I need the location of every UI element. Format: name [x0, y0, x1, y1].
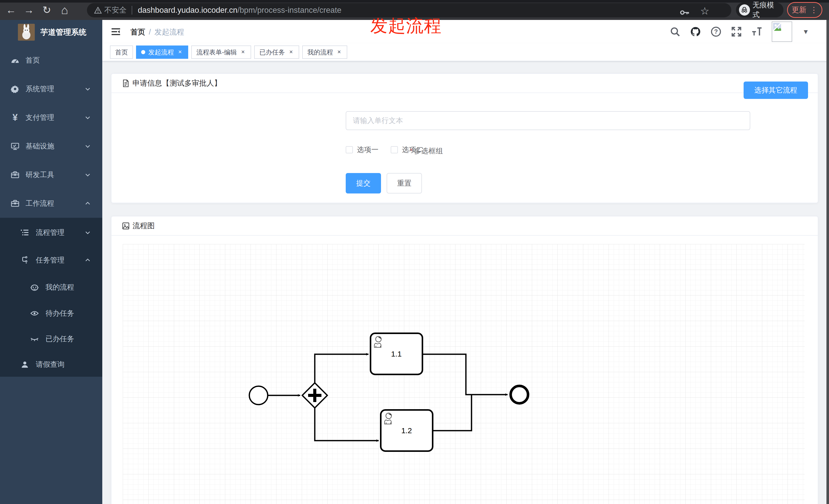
bpmn-end-event[interactable]: [511, 386, 528, 403]
browser-back-icon[interactable]: ←: [5, 4, 17, 16]
bpmn-flow: [315, 354, 368, 383]
chevron-up-icon: [84, 200, 91, 207]
github-icon[interactable]: [690, 26, 701, 37]
briefcase-icon: [11, 199, 20, 208]
main-content: 申请信息【测试多审批人】 选择其它流程 *单行文本 *多选框组 选项一 选项二 …: [102, 61, 827, 504]
bookmark-star-icon[interactable]: ☆: [700, 5, 709, 17]
not-secure-label: 不安全: [104, 5, 127, 15]
checkbox-icon: [346, 146, 353, 153]
sidebar-item-dev-tools[interactable]: 研发工具: [0, 160, 102, 189]
chevron-down-icon: [84, 114, 91, 121]
submit-button[interactable]: 提交: [346, 173, 381, 193]
sidebar-item-task-mgmt[interactable]: 任务管理: [0, 246, 102, 274]
sidebar: 芋道管理系统 首页 系统管理 ¥ 支付管理 基础设施: [0, 20, 102, 504]
search-icon[interactable]: [670, 26, 681, 37]
image-icon: [122, 222, 130, 230]
list-tree-icon: [21, 228, 29, 237]
sidebar-item-label: 工作流程: [26, 199, 54, 208]
browser-forward-icon[interactable]: →: [23, 4, 35, 16]
process-diagram-title: 流程图: [133, 221, 155, 231]
bpmn-canvas[interactable]: 1.1 1.2: [123, 244, 805, 504]
active-dot-icon: [141, 50, 145, 54]
sidebar-item-system[interactable]: 系统管理: [0, 75, 102, 103]
checkbox-option-2[interactable]: 选项二: [391, 145, 424, 155]
bpmn-flow: [433, 395, 471, 431]
process-diagram-header: 流程图: [111, 217, 818, 236]
help-icon[interactable]: ?: [710, 26, 722, 37]
browser-tab-strip: [0, 0, 829, 3]
sidebar-item-payment[interactable]: ¥ 支付管理: [0, 103, 102, 132]
sidebar-item-process-mgmt[interactable]: 流程管理: [0, 219, 102, 246]
tag-label: 已办任务: [259, 48, 285, 56]
annotation-text: 发起流程: [370, 14, 442, 38]
sidebar-item-label: 流程管理: [36, 228, 65, 237]
close-icon[interactable]: ×: [336, 49, 342, 55]
robot-face-icon: [30, 283, 39, 292]
fullscreen-icon[interactable]: [731, 26, 742, 37]
tag-done-tasks[interactable]: 已办任务 ×: [254, 45, 299, 59]
avatar[interactable]: [772, 22, 792, 42]
sidebar-item-label: 任务管理: [36, 255, 65, 265]
tag-my-process[interactable]: 我的流程 ×: [302, 45, 347, 59]
apply-info-header: 申请信息【测试多审批人】: [111, 74, 818, 93]
update-label: 更新: [792, 5, 806, 15]
flow-share-icon: [21, 256, 29, 265]
broken-image-icon: [773, 23, 782, 31]
chrome-update-button[interactable]: 更新 ⋮: [787, 2, 822, 18]
tag-start-process[interactable]: 发起流程 ×: [136, 45, 188, 59]
tags-view-bar: 首页 发起流程 × 流程表单-编辑 × 已办任务 × 我的流程 ×: [102, 43, 829, 61]
checkbox-label: 选项二: [402, 145, 424, 155]
yen-icon: ¥: [11, 113, 20, 122]
browser-reload-icon[interactable]: ↻: [40, 4, 53, 16]
sidebar-collapse-icon[interactable]: [111, 27, 121, 37]
document-icon: [122, 79, 130, 87]
tag-label: 流程表单-编辑: [196, 48, 237, 56]
apply-info-card: 申请信息【测试多审批人】 选择其它流程 *单行文本 *多选框组 选项一 选项二 …: [111, 73, 818, 203]
breadcrumb-home[interactable]: 首页: [131, 28, 145, 36]
incognito-label: 无痕模式: [753, 0, 781, 20]
eye-icon: [30, 309, 39, 318]
close-icon[interactable]: ×: [177, 49, 183, 55]
sidebar-item-home[interactable]: 首页: [0, 46, 102, 75]
sidebar-item-leave-query[interactable]: 请假查询: [0, 352, 102, 377]
chevron-down-icon: [84, 229, 91, 236]
single-line-text-input[interactable]: [346, 111, 750, 130]
chevron-down-icon: [84, 86, 91, 92]
sidebar-item-workflow[interactable]: 工作流程: [0, 189, 102, 218]
monitor-icon: [11, 142, 20, 151]
sidebar-item-label: 研发工具: [26, 170, 54, 180]
incognito-icon: [739, 4, 750, 15]
tag-process-form-edit[interactable]: 流程表单-编辑 ×: [191, 45, 251, 59]
reset-button[interactable]: 重置: [387, 173, 422, 193]
sidebar-item-todo-tasks[interactable]: 待办任务: [0, 301, 102, 326]
tag-label: 我的流程: [308, 48, 333, 56]
eye-closed-icon: [30, 335, 39, 343]
close-icon[interactable]: ×: [288, 49, 294, 55]
browser-home-icon[interactable]: ⌂: [58, 4, 71, 16]
breadcrumb-separator: /: [149, 28, 151, 36]
address-separator: [132, 6, 132, 14]
sidebar-item-done-tasks[interactable]: 已办任务: [0, 326, 102, 352]
task-label: 1.1: [391, 350, 402, 358]
user-icon: [21, 360, 29, 369]
not-secure-warning-icon: [94, 7, 102, 13]
page-scrollbar[interactable]: [826, 20, 829, 504]
avatar-caret-icon[interactable]: ▼: [802, 28, 809, 36]
app-logo-image: [18, 24, 35, 41]
browser-menu-dots-icon[interactable]: ⋮: [810, 8, 818, 12]
password-key-icon[interactable]: [679, 7, 690, 18]
svg-text:?: ?: [714, 28, 718, 35]
close-icon[interactable]: ×: [240, 49, 246, 55]
checkbox-option-1[interactable]: 选项一: [346, 145, 379, 155]
font-size-icon[interactable]: [751, 26, 762, 37]
sidebar-item-my-process[interactable]: 我的流程: [0, 274, 102, 301]
tag-home[interactable]: 首页: [110, 45, 133, 59]
apply-info-title: 申请信息【测试多审批人】: [133, 78, 221, 88]
bpmn-start-event[interactable]: [249, 386, 268, 404]
breadcrumb-current: 发起流程: [154, 28, 184, 36]
sidebar-item-label: 我的流程: [45, 282, 74, 292]
sidebar-item-infrastructure[interactable]: 基础设施: [0, 132, 102, 160]
bpmn-flow: [315, 408, 379, 440]
briefcase-icon: [11, 170, 20, 179]
select-other-process-button[interactable]: 选择其它流程: [744, 81, 808, 99]
